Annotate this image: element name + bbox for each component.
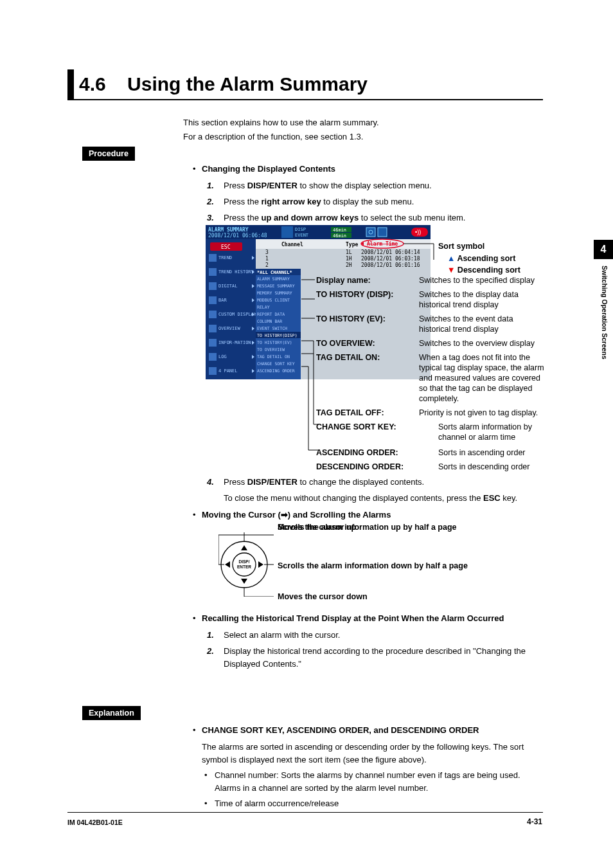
svg-rect-4 [281, 226, 293, 238]
svg-text:MEMORY SUMMARY: MEMORY SUMMARY [257, 291, 292, 296]
step-2: 2. [207, 645, 224, 658]
intro-line-1: This section explains how to use the ala… [183, 116, 379, 130]
svg-text:MODBUS CLIENT: MODBUS CLIENT [257, 298, 290, 303]
bullet-icon: • [193, 510, 202, 520]
expl-channel: Channel number: Sorts the alarms by chan… [215, 769, 543, 795]
recalling-title: Recalling the Historical Trend Display a… [202, 612, 504, 625]
desc-val: Sorts alarm information by channel or al… [438, 422, 544, 442]
svg-text:TAG DETAIL ON: TAG DETAIL ON [257, 354, 290, 359]
dpad-cursor-up: Moves the cursor up [278, 523, 356, 532]
step-2: 2. [207, 195, 224, 208]
intro-text: This section explains how to use the ala… [183, 116, 379, 144]
svg-rect-61 [209, 339, 217, 347]
intro-line-2: For a description of the function, see s… [183, 130, 379, 144]
ascending-icon: ▲ [447, 253, 455, 264]
procedure-label: Procedure [82, 147, 135, 161]
desc-key: CHANGE SORT KEY: [316, 422, 438, 442]
svg-text:INFOR-MATION: INFOR-MATION [218, 340, 251, 345]
svg-text:TO HISTORY(DISP): TO HISTORY(DISP) [257, 333, 298, 338]
step-4-block: 4. Press DISP/ENTER to change the displa… [193, 476, 543, 505]
svg-text:LOG: LOG [218, 354, 227, 359]
recalling-block: • Recalling the Historical Trend Display… [193, 612, 543, 674]
svg-text:RELAY: RELAY [257, 305, 270, 310]
svg-text:2008/12/01 06:01:16: 2008/12/01 06:01:16 [361, 262, 420, 268]
svg-text:TREND: TREND [218, 255, 232, 260]
svg-rect-69 [209, 367, 217, 375]
step-3: 3. [207, 212, 224, 224]
svg-text:BAR: BAR [218, 298, 227, 303]
svg-rect-45 [209, 282, 217, 290]
desc-val: Switches to the event data historical tr… [419, 314, 544, 334]
callout-descriptions: Display name:Switches to the specified d… [316, 275, 544, 476]
descending-label: Descending sort [458, 266, 520, 275]
svg-text:COLUMN BAR: COLUMN BAR [257, 319, 282, 324]
svg-text:Channel: Channel [281, 242, 303, 248]
desc-key: TO HISTORY (EV): [316, 314, 419, 334]
changing-title: Changing the Displayed Contents [202, 163, 335, 176]
desc-val: When a tag does not fit into the typical… [419, 352, 544, 404]
descending-icon: ▼ [447, 264, 455, 276]
desc-val: Switches to the specified display [419, 275, 544, 285]
chapter-tab: 4 [594, 240, 613, 259]
explanation-para: The alarms are sorted in ascending or de… [202, 741, 543, 766]
chapter-side-text: Switching Operation Screens [601, 266, 609, 359]
svg-text:46min: 46min [333, 228, 346, 233]
svg-rect-49 [209, 296, 217, 304]
svg-text:ALARM SUMMARY: ALARM SUMMARY [208, 227, 249, 233]
svg-text:3: 3 [265, 249, 269, 255]
svg-text:MESSAGE SUMMARY: MESSAGE SUMMARY [257, 284, 295, 289]
svg-text:*ALL CHANNEL*: *ALL CHANNEL* [257, 270, 292, 275]
desc-val: Sorts in descending order [438, 462, 544, 472]
svg-text:1: 1 [265, 256, 269, 262]
footer-doc-id: IM 04L42B01-01E [67, 818, 123, 826]
dpad-diagram: DISP/ ENTER Scrolls the alarm informatio… [218, 523, 501, 606]
desc-key: TAG DETAIL ON: [316, 352, 419, 404]
bullet-icon: • [193, 163, 202, 176]
svg-rect-11 [366, 228, 375, 237]
svg-rect-57 [209, 325, 217, 332]
desc-key: DESCENDING ORDER: [316, 462, 438, 472]
section-marker [67, 69, 74, 99]
desc-key: TO OVERVIEW: [316, 338, 419, 348]
svg-text:REPORT DATA: REPORT DATA [257, 312, 285, 317]
svg-rect-37 [209, 254, 217, 262]
sort-symbol-label: Sort symbol [438, 242, 484, 251]
dpad-scroll-down: Scrolls the alarm information down by ha… [278, 561, 468, 570]
svg-text:ENTER: ENTER [237, 565, 251, 569]
footer-page-num: 4-31 [527, 817, 542, 826]
svg-text:DISP: DISP [295, 227, 306, 232]
step-1-text: Press DISP/ENTER to show the display sel… [224, 179, 432, 192]
svg-text:TREND HISTORY: TREND HISTORY [218, 269, 254, 275]
svg-text:ASCENDING ORDER: ASCENDING ORDER [257, 368, 295, 374]
step-1: 1. [207, 179, 224, 192]
desc-val: Switches to the overview display [419, 338, 544, 348]
svg-text:1L: 1L [346, 249, 352, 255]
section-header: 4.6 Using the Alarm Summary [67, 69, 543, 100]
svg-text:TO OVERVIEW: TO OVERVIEW [257, 347, 285, 352]
svg-text:TO HISTORY(EV): TO HISTORY(EV) [257, 340, 292, 345]
desc-key: Display name: [316, 275, 419, 285]
explanation-title: CHANGE SORT KEY, ASCENDING ORDER, and DE… [202, 724, 479, 737]
sub-bullet-icon: • [204, 797, 215, 810]
step-1: 1. [207, 629, 224, 642]
step-4: 4. [207, 476, 224, 489]
svg-text:2: 2 [265, 262, 269, 268]
ascending-label: Ascending sort [457, 254, 515, 263]
section-title: 4.6 Using the Alarm Summary [79, 69, 368, 99]
svg-text:ESC: ESC [221, 244, 231, 250]
svg-text:Type: Type [346, 242, 358, 248]
desc-val: Priority is not given to tag display. [419, 408, 544, 418]
svg-text:EVENT: EVENT [295, 233, 309, 238]
svg-rect-65 [209, 353, 217, 361]
svg-text:ALARM SUMMARY: ALARM SUMMARY [257, 276, 290, 282]
desc-val: Sorts in ascending order [438, 448, 544, 458]
changing-contents: • Changing the Displayed Contents 1. Pre… [193, 163, 543, 228]
bullet-icon: • [193, 612, 202, 625]
desc-val: Switches to the display data historical … [419, 289, 544, 310]
desc-key: TAG DETAIL OFF: [316, 408, 419, 418]
svg-rect-13 [378, 228, 387, 237]
svg-text:Alarm Time: Alarm Time [367, 240, 398, 247]
moving-cursor-block: • Moving the Cursor (➡) and Scrolling th… [193, 510, 543, 523]
desc-key: ASCENDING ORDER: [316, 448, 438, 458]
svg-text:46min: 46min [333, 233, 346, 239]
